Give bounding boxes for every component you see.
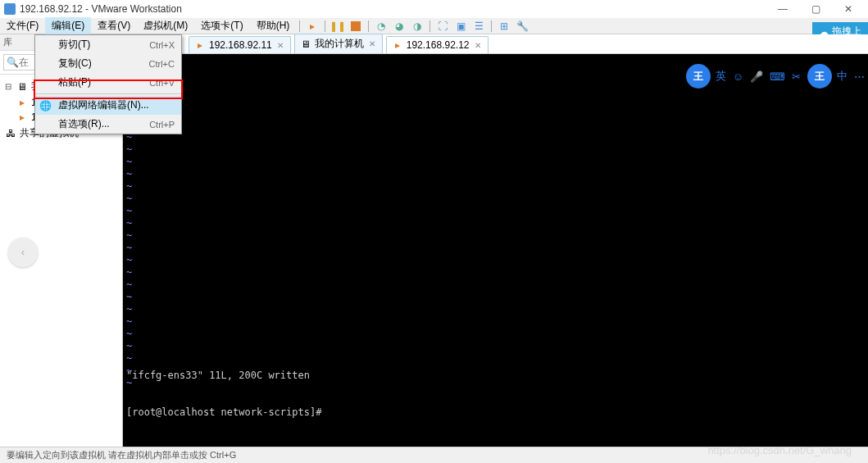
divider	[325, 20, 325, 32]
snapshot-icon[interactable]: ◔	[372, 17, 390, 35]
terminal-prompt: [root@localhost network-scripts]#	[126, 406, 328, 419]
ime-logo-icon[interactable]: 王	[807, 64, 832, 89]
menu-virtual-network-editor[interactable]: 🌐 虚拟网络编辑器(N)...	[35, 96, 181, 115]
menu-view[interactable]: 查看(V)	[91, 17, 137, 34]
snapshot-manager-icon[interactable]: ◕	[390, 17, 408, 35]
menu-paste[interactable]: 粘贴(P)Ctrl+V	[35, 73, 181, 92]
ime-lang[interactable]: 英	[712, 67, 729, 85]
revert-icon[interactable]: ◑	[408, 17, 426, 35]
ime-toolbar[interactable]: 王 英 ☺ 🎤 ⌨ ✂ 王 中 ⋯	[686, 64, 868, 89]
search-icon: 🔍	[7, 57, 19, 68]
menu-cut[interactable]: 剪切(T)Ctrl+X	[35, 35, 181, 54]
stop-icon[interactable]	[347, 17, 365, 35]
power-dropdown-icon[interactable]: ▸	[303, 17, 321, 35]
maximize-button[interactable]: ▢	[799, 0, 832, 18]
svg-rect-0	[4, 3, 16, 15]
menu-file[interactable]: 文件(F)	[0, 17, 45, 34]
ime-more-icon[interactable]: ⋯	[851, 69, 868, 84]
menu-help[interactable]: 帮助(H)	[250, 17, 297, 34]
divider	[35, 93, 181, 94]
globe-icon: 🌐	[39, 99, 52, 112]
tab-vm[interactable]: ▸ 192.168.92.11 ✕	[189, 36, 291, 53]
close-icon[interactable]: ✕	[367, 39, 377, 48]
edit-dropdown: 剪切(T)Ctrl+X 复制(C)Ctrl+C 粘贴(P)Ctrl+V 🌐 虚拟…	[34, 34, 182, 134]
tab-home[interactable]: 🖥 我的计算机 ✕	[294, 34, 383, 53]
vm-icon: ▸	[16, 111, 28, 123]
ime-logo-icon[interactable]: 王	[686, 64, 711, 89]
stretch-icon[interactable]: ⊞	[495, 17, 513, 35]
vm-running-icon: ▸	[194, 39, 206, 51]
vm-icon: ▸	[16, 97, 28, 108]
ime-mic-icon[interactable]: 🎤	[747, 69, 766, 84]
divider	[299, 20, 300, 32]
collapse-icon: ⊟	[5, 82, 13, 91]
unity-icon[interactable]: ▣	[452, 17, 470, 35]
svg-rect-1	[351, 21, 361, 31]
vm-running-icon: ▸	[392, 39, 403, 51]
close-button[interactable]: ✕	[832, 0, 865, 18]
wrench-icon[interactable]: 🔧	[513, 17, 531, 35]
divider	[429, 20, 430, 32]
ime-keyboard-icon[interactable]: ⌨	[766, 69, 788, 84]
watermark: https://blog.csdn.net/G_whang	[707, 444, 852, 456]
divider	[368, 20, 369, 32]
menu-preferences[interactable]: 首选项(R)...Ctrl+P	[35, 115, 181, 134]
thumbnail-icon[interactable]: ☰	[470, 17, 488, 35]
menu-tabs[interactable]: 选项卡(T)	[194, 17, 249, 34]
monitor-icon: 🖥	[300, 39, 311, 50]
scroll-handle[interactable]: ‹	[8, 238, 38, 267]
ime-emoji-icon[interactable]: ☺	[729, 69, 747, 84]
shared-icon: 🖧	[5, 128, 16, 139]
menu-copy[interactable]: 复制(C)Ctrl+C	[35, 54, 181, 73]
pause-icon[interactable]: ❚❚	[329, 17, 347, 35]
ime-zh[interactable]: 中	[834, 67, 851, 85]
app-icon	[3, 2, 16, 16]
monitor-icon: 🖥	[16, 81, 28, 93]
tab-bar: ▸ 192.168.92.11 ✕ 🖥 我的计算机 ✕ ▸ 192.168.92…	[123, 34, 868, 54]
window-title: 192.168.92.12 - VMware Workstation	[20, 3, 766, 15]
close-icon[interactable]: ✕	[275, 41, 285, 50]
ime-scissors-icon[interactable]: ✂	[788, 69, 804, 84]
menu-vm[interactable]: 虚拟机(M)	[137, 17, 194, 34]
divider	[491, 20, 492, 32]
fullscreen-icon[interactable]: ⛶	[434, 17, 452, 35]
vm-console[interactable]: ~~~~~~~~~~~~~~~~~~~~~~~~~~~ "ifcfg-ens33…	[123, 54, 868, 447]
minimize-button[interactable]: —	[766, 0, 799, 18]
close-icon[interactable]: ✕	[473, 41, 483, 50]
menu-edit[interactable]: 编辑(E)	[45, 17, 91, 34]
tab-vm-active[interactable]: ▸ 192.168.92.12 ✕	[386, 36, 489, 53]
terminal-output: "ifcfg-ens33" 11L, 200C written	[126, 370, 328, 382]
